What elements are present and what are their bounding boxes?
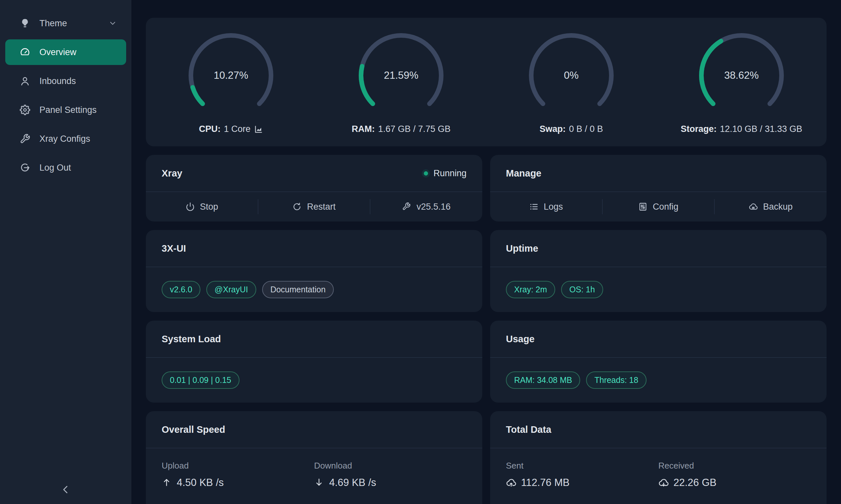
sidebar-item-overview[interactable]: Overview <box>5 39 126 65</box>
power-icon <box>186 202 195 211</box>
xui-card-title: 3X-UI <box>161 243 186 254</box>
total-data-card: Total Data Sent 112.76 MB <box>490 411 826 504</box>
ram-gauge: 21.59% RAM: 1.67 GB / 7.75 GB <box>316 18 486 146</box>
received-stat: Received 22.26 GB <box>658 461 811 489</box>
wrench-icon <box>20 133 30 144</box>
system-load-card: System Load 0.01 | 0.09 | 0.15 <box>146 321 482 402</box>
cpu-gauge: 10.27% CPU: 1 Core <box>146 18 316 146</box>
swap-label: Swap: 0 B / 0 B <box>539 124 603 134</box>
user-icon <box>20 76 30 86</box>
cpu-label: CPU: 1 Core <box>199 124 263 134</box>
xrayui-badge[interactable]: @XrayUI <box>206 281 256 298</box>
manage-card: Manage Logs <box>490 155 826 221</box>
sidebar-item-label: Inbounds <box>39 76 76 86</box>
usage-card: Usage RAM: 34.08 MB Threads: 18 <box>490 321 826 402</box>
chevron-left-icon <box>60 484 72 497</box>
list-icon <box>529 202 538 211</box>
total-data-card-title: Total Data <box>506 424 551 435</box>
xray-version-button[interactable]: v25.5.16 <box>370 192 482 221</box>
sidebar-item-label: Xray Configs <box>39 134 90 144</box>
system-gauges-card: 10.27% CPU: 1 Core 21.59% <box>146 18 826 146</box>
uptime-card-title: Uptime <box>506 243 538 254</box>
sent-stat: Sent 112.76 MB <box>506 461 658 489</box>
swap-gauge: 0% Swap: 0 B / 0 B <box>486 18 656 146</box>
cloud-download-icon <box>658 478 669 488</box>
main-content: 10.27% CPU: 1 Core 21.59% <box>132 0 841 504</box>
xui-card: 3X-UI v2.6.0 @XrayUI Documentation <box>146 230 482 312</box>
xray-status-badge: Running <box>424 168 466 179</box>
sidebar-item-panel-settings[interactable]: Panel Settings <box>5 97 126 123</box>
cpu-percent: 10.27% <box>186 31 276 120</box>
refresh-icon <box>292 202 302 211</box>
swap-percent: 0% <box>527 31 616 120</box>
sidebar-item-inbounds[interactable]: Inbounds <box>5 68 126 94</box>
backup-button[interactable]: Backup <box>715 192 826 221</box>
overall-speed-card-title: Overall Speed <box>161 424 225 435</box>
bulb-icon <box>20 18 30 29</box>
sidebar-item-label: Overview <box>39 47 76 57</box>
ram-usage-badge: RAM: 34.08 MB <box>506 372 580 389</box>
system-load-card-title: System Load <box>161 334 221 344</box>
download-stat: Download 4.69 KB /s <box>314 461 466 489</box>
sidebar-item-label: Log Out <box>39 163 71 173</box>
cloud-server-icon <box>749 202 758 211</box>
documentation-badge[interactable]: Documentation <box>262 281 334 298</box>
storage-label: Storage: 12.10 GB / 31.33 GB <box>681 124 802 134</box>
logout-icon <box>20 162 30 173</box>
sliders-icon <box>638 202 648 211</box>
gear-icon <box>20 105 30 115</box>
sidebar-item-theme[interactable]: Theme <box>5 11 126 36</box>
sidebar-item-label: Theme <box>39 18 67 29</box>
area-chart-icon[interactable] <box>254 125 263 134</box>
sidebar-item-label: Panel Settings <box>39 105 97 115</box>
usage-card-title: Usage <box>506 334 534 344</box>
manage-card-title: Manage <box>506 168 542 179</box>
uptime-card: Uptime Xray: 2m OS: 1h <box>490 230 826 312</box>
xray-card: Xray Running Stop <box>146 155 482 221</box>
logs-button[interactable]: Logs <box>490 192 602 221</box>
upload-stat: Upload 4.50 KB /s <box>161 461 314 489</box>
overall-speed-card: Overall Speed Upload 4.50 KB /s Download <box>146 411 482 504</box>
sidebar: Theme Overview Inbounds <box>0 0 132 504</box>
sidebar-item-xray-configs[interactable]: Xray Configs <box>5 126 126 151</box>
config-button[interactable]: Config <box>602 192 715 221</box>
threads-badge: Threads: 18 <box>586 372 646 389</box>
ram-percent: 21.59% <box>357 31 446 120</box>
arrow-down-icon <box>314 478 325 488</box>
load-average-badge: 0.01 | 0.09 | 0.15 <box>161 372 240 389</box>
restart-button[interactable]: Restart <box>258 192 370 221</box>
version-badge[interactable]: v2.6.0 <box>161 281 201 298</box>
chevron-down-icon <box>108 19 117 28</box>
dashboard-icon <box>20 47 30 57</box>
xray-uptime-badge: Xray: 2m <box>506 281 555 298</box>
wrench-icon <box>402 202 411 211</box>
arrow-up-icon <box>161 478 172 488</box>
sidebar-item-log-out[interactable]: Log Out <box>5 155 126 180</box>
os-uptime-badge: OS: 1h <box>561 281 603 298</box>
storage-percent: 38.62% <box>697 31 786 120</box>
status-dot <box>424 171 428 176</box>
ram-label: RAM: 1.67 GB / 7.75 GB <box>351 124 450 134</box>
cloud-upload-icon <box>506 478 516 488</box>
sidebar-collapse-button[interactable] <box>0 484 132 497</box>
xray-card-title: Xray <box>161 168 182 179</box>
storage-gauge: 38.62% Storage: 12.10 GB / 31.33 GB <box>656 18 826 146</box>
stop-button[interactable]: Stop <box>146 192 258 221</box>
